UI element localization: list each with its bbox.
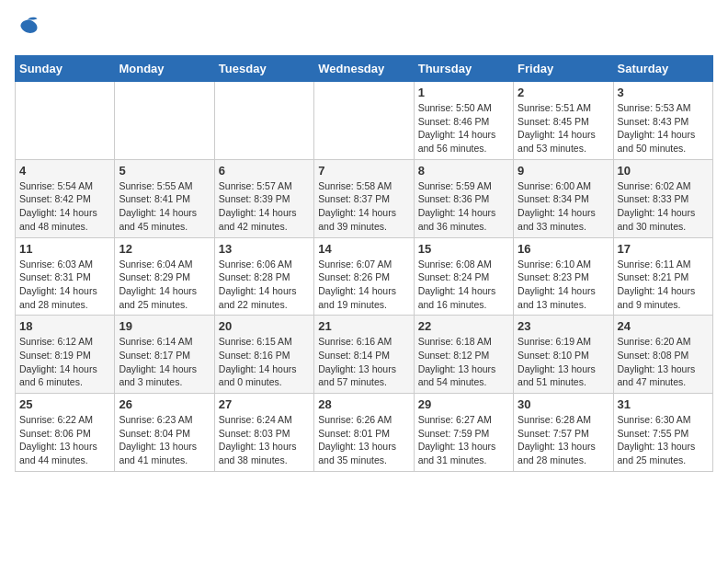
day-number: 20 [219, 319, 310, 333]
calendar-cell: 5Sunrise: 5:55 AM Sunset: 8:41 PM Daylig… [115, 159, 214, 237]
day-number: 29 [418, 397, 509, 411]
day-info: Sunrise: 5:59 AM Sunset: 8:36 PM Dayligh… [418, 179, 509, 234]
day-info: Sunrise: 6:03 AM Sunset: 8:31 PM Dayligh… [19, 258, 110, 312]
calendar-cell: 11Sunrise: 6:03 AM Sunset: 8:31 PM Dayli… [16, 237, 115, 316]
calendar-cell: 20Sunrise: 6:15 AM Sunset: 8:16 PM Dayli… [214, 316, 313, 394]
calendar-cell: 29Sunrise: 6:27 AM Sunset: 7:59 PM Dayli… [414, 394, 513, 472]
day-info: Sunrise: 6:15 AM Sunset: 8:16 PM Dayligh… [219, 335, 310, 389]
day-info: Sunrise: 6:26 AM Sunset: 8:01 PM Dayligh… [318, 413, 409, 467]
calendar-cell: 21Sunrise: 6:16 AM Sunset: 8:14 PM Dayli… [314, 316, 414, 394]
calendar-week-row: 11Sunrise: 6:03 AM Sunset: 8:31 PM Dayli… [16, 237, 713, 316]
calendar-cell [214, 82, 313, 160]
day-number: 18 [19, 319, 110, 333]
day-of-week-header: Sunday [16, 56, 115, 82]
day-of-week-header: Tuesday [214, 56, 313, 82]
day-number: 2 [518, 86, 609, 99]
day-info: Sunrise: 6:16 AM Sunset: 8:14 PM Dayligh… [318, 335, 409, 389]
day-number: 16 [518, 242, 609, 256]
day-number: 11 [19, 242, 110, 256]
calendar-week-row: 4Sunrise: 5:54 AM Sunset: 8:42 PM Daylig… [16, 159, 713, 237]
calendar-cell: 7Sunrise: 5:58 AM Sunset: 8:37 PM Daylig… [314, 159, 414, 237]
day-info: Sunrise: 6:23 AM Sunset: 8:04 PM Dayligh… [119, 413, 210, 467]
day-number: 10 [618, 164, 709, 178]
calendar-cell: 16Sunrise: 6:10 AM Sunset: 8:23 PM Dayli… [514, 237, 613, 316]
logo-bird-icon [15, 15, 40, 40]
calendar-cell: 24Sunrise: 6:20 AM Sunset: 8:08 PM Dayli… [613, 316, 712, 394]
day-number: 31 [618, 397, 709, 411]
calendar-cell: 13Sunrise: 6:06 AM Sunset: 8:28 PM Dayli… [214, 237, 313, 316]
day-number: 21 [318, 319, 409, 333]
day-number: 24 [618, 319, 709, 333]
calendar-cell: 15Sunrise: 6:08 AM Sunset: 8:24 PM Dayli… [414, 237, 513, 316]
day-info: Sunrise: 5:57 AM Sunset: 8:39 PM Dayligh… [219, 179, 310, 234]
calendar-cell: 4Sunrise: 5:54 AM Sunset: 8:42 PM Daylig… [16, 159, 115, 237]
day-info: Sunrise: 6:19 AM Sunset: 8:10 PM Dayligh… [518, 335, 609, 389]
day-number: 8 [418, 164, 509, 178]
calendar-cell: 26Sunrise: 6:23 AM Sunset: 8:04 PM Dayli… [115, 394, 214, 472]
calendar-week-row: 25Sunrise: 6:22 AM Sunset: 8:06 PM Dayli… [16, 394, 713, 472]
calendar-cell: 2Sunrise: 5:51 AM Sunset: 8:45 PM Daylig… [514, 82, 613, 160]
day-info: Sunrise: 6:18 AM Sunset: 8:12 PM Dayligh… [418, 335, 509, 389]
calendar: SundayMondayTuesdayWednesdayThursdayFrid… [15, 55, 713, 472]
day-info: Sunrise: 6:28 AM Sunset: 7:57 PM Dayligh… [518, 413, 609, 467]
calendar-week-row: 18Sunrise: 6:12 AM Sunset: 8:19 PM Dayli… [16, 316, 713, 394]
day-info: Sunrise: 5:50 AM Sunset: 8:46 PM Dayligh… [418, 101, 509, 155]
day-number: 13 [219, 242, 310, 256]
calendar-cell: 22Sunrise: 6:18 AM Sunset: 8:12 PM Dayli… [414, 316, 513, 394]
calendar-cell [16, 82, 115, 160]
calendar-cell: 30Sunrise: 6:28 AM Sunset: 7:57 PM Dayli… [514, 394, 613, 472]
calendar-header-row: SundayMondayTuesdayWednesdayThursdayFrid… [16, 56, 713, 82]
day-number: 9 [518, 164, 609, 178]
day-info: Sunrise: 6:12 AM Sunset: 8:19 PM Dayligh… [19, 335, 110, 389]
day-info: Sunrise: 6:08 AM Sunset: 8:24 PM Dayligh… [418, 258, 509, 312]
day-number: 3 [618, 86, 709, 99]
calendar-cell: 31Sunrise: 6:30 AM Sunset: 7:55 PM Dayli… [613, 394, 712, 472]
day-number: 7 [318, 164, 409, 178]
calendar-cell: 1Sunrise: 5:50 AM Sunset: 8:46 PM Daylig… [414, 82, 513, 160]
calendar-cell: 3Sunrise: 5:53 AM Sunset: 8:43 PM Daylig… [613, 82, 712, 160]
day-info: Sunrise: 6:02 AM Sunset: 8:33 PM Dayligh… [618, 179, 709, 234]
day-info: Sunrise: 6:20 AM Sunset: 8:08 PM Dayligh… [618, 335, 709, 389]
day-info: Sunrise: 6:14 AM Sunset: 8:17 PM Dayligh… [119, 335, 210, 389]
day-number: 5 [119, 164, 210, 178]
day-number: 1 [418, 86, 509, 99]
calendar-cell: 18Sunrise: 6:12 AM Sunset: 8:19 PM Dayli… [16, 316, 115, 394]
day-number: 27 [219, 397, 310, 411]
day-number: 12 [119, 242, 210, 256]
day-number: 4 [19, 164, 110, 178]
day-of-week-header: Thursday [414, 56, 513, 82]
day-of-week-header: Monday [115, 56, 214, 82]
day-info: Sunrise: 6:22 AM Sunset: 8:06 PM Dayligh… [19, 413, 110, 467]
calendar-cell: 19Sunrise: 6:14 AM Sunset: 8:17 PM Dayli… [115, 316, 214, 394]
day-info: Sunrise: 6:06 AM Sunset: 8:28 PM Dayligh… [219, 258, 310, 312]
day-number: 25 [19, 397, 110, 411]
calendar-cell: 25Sunrise: 6:22 AM Sunset: 8:06 PM Dayli… [16, 394, 115, 472]
day-info: Sunrise: 6:04 AM Sunset: 8:29 PM Dayligh… [119, 258, 210, 312]
calendar-cell: 14Sunrise: 6:07 AM Sunset: 8:26 PM Dayli… [314, 237, 414, 316]
day-info: Sunrise: 5:54 AM Sunset: 8:42 PM Dayligh… [19, 179, 110, 234]
day-of-week-header: Saturday [613, 56, 712, 82]
calendar-cell: 28Sunrise: 6:26 AM Sunset: 8:01 PM Dayli… [314, 394, 414, 472]
day-info: Sunrise: 6:10 AM Sunset: 8:23 PM Dayligh… [518, 258, 609, 312]
day-number: 14 [318, 242, 409, 256]
calendar-cell [115, 82, 214, 160]
day-info: Sunrise: 6:27 AM Sunset: 7:59 PM Dayligh… [418, 413, 509, 467]
day-number: 17 [618, 242, 709, 256]
day-info: Sunrise: 5:53 AM Sunset: 8:43 PM Dayligh… [618, 101, 709, 155]
calendar-week-row: 1Sunrise: 5:50 AM Sunset: 8:46 PM Daylig… [16, 82, 713, 160]
day-info: Sunrise: 6:30 AM Sunset: 7:55 PM Dayligh… [618, 413, 709, 467]
day-number: 19 [119, 319, 210, 333]
day-info: Sunrise: 5:55 AM Sunset: 8:41 PM Dayligh… [119, 179, 210, 234]
calendar-cell [314, 82, 414, 160]
header [15, 15, 713, 44]
day-number: 15 [418, 242, 509, 256]
day-info: Sunrise: 6:00 AM Sunset: 8:34 PM Dayligh… [518, 179, 609, 234]
day-number: 26 [119, 397, 210, 411]
day-of-week-header: Wednesday [314, 56, 414, 82]
day-info: Sunrise: 6:11 AM Sunset: 8:21 PM Dayligh… [618, 258, 709, 312]
calendar-cell: 23Sunrise: 6:19 AM Sunset: 8:10 PM Dayli… [514, 316, 613, 394]
day-number: 28 [318, 397, 409, 411]
calendar-cell: 27Sunrise: 6:24 AM Sunset: 8:03 PM Dayli… [214, 394, 313, 472]
calendar-cell: 17Sunrise: 6:11 AM Sunset: 8:21 PM Dayli… [613, 237, 712, 316]
day-number: 6 [219, 164, 310, 178]
